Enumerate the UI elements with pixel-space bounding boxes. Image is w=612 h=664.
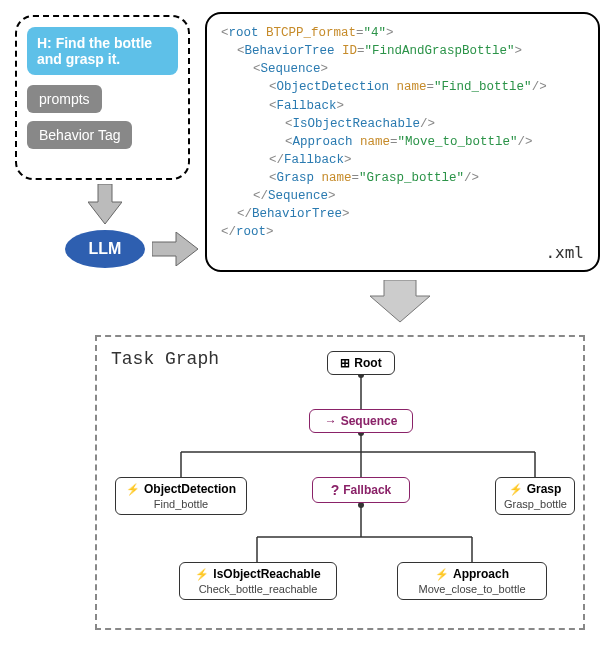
approach-sub: Move_close_to_bottle [406,583,538,595]
instruction-bubble: H: Find the bottle and grasp it. [27,27,178,75]
bolt-icon [509,482,523,496]
task-graph-title: Task Graph [111,349,219,369]
grasp-sub: Grasp_bottle [504,498,566,510]
objdet-sub: Find_bottle [124,498,238,510]
llm-node: LLM [65,230,145,268]
arrow-right-icon [152,232,200,266]
bolt-icon [435,567,449,581]
graph-node-approach: Approach Move_close_to_bottle [397,562,547,600]
xml-extension-label: .xml [545,241,584,264]
prompts-tag: prompts [27,85,102,113]
arrow-down-icon [88,184,122,226]
fallback-label: Fallback [343,483,391,497]
svg-marker-1 [152,232,198,266]
xml-code: <root BTCPP_format="4"><BehaviorTree ID=… [221,24,584,242]
bolt-icon [126,482,140,496]
svg-marker-2 [370,280,430,322]
isreach-sub: Check_bottle_reachable [188,583,328,595]
grasp-label: Grasp [527,482,562,496]
graph-node-objectdetection: ObjectDetection Find_bottle [115,477,247,515]
svg-marker-0 [88,184,122,224]
root-label: Root [354,356,381,370]
graph-node-isobjectreachable: IsObjectReachable Check_bottle_reachable [179,562,337,600]
graph-node-fallback: Fallback [312,477,410,503]
question-icon [331,482,340,498]
arrow-down-2-icon [370,280,430,324]
sequence-label: Sequence [341,414,398,428]
xml-output-box: <root BTCPP_format="4"><BehaviorTree ID=… [205,12,600,272]
bolt-icon [195,567,209,581]
tree-icon [340,356,350,370]
input-box: H: Find the bottle and grasp it. prompts… [15,15,190,180]
graph-node-root: Root [327,351,395,375]
behavior-tag: Behavior Tag [27,121,132,149]
task-graph-box: Task Graph Root Sequence ObjectDetection… [95,335,585,630]
graph-node-grasp: Grasp Grasp_bottle [495,477,575,515]
isreach-label: IsObjectReachable [213,567,320,581]
objdet-label: ObjectDetection [144,482,236,496]
arrow-icon [325,414,337,428]
approach-label: Approach [453,567,509,581]
graph-node-sequence: Sequence [309,409,413,433]
